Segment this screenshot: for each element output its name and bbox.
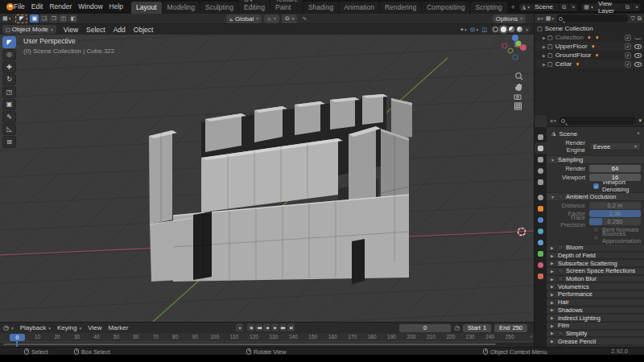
properties-panel-header[interactable]: ▶ Simplify [547,330,644,338]
toolbar-tool-button[interactable]: ◤ [2,36,16,48]
properties-tab[interactable] [535,191,547,203]
expand-arrow-icon[interactable]: ▶ [541,62,547,67]
sampling-panel-header[interactable]: ▼ Sampling [547,155,644,164]
add-workspace-button[interactable]: + [508,3,518,11]
workspace-tab[interactable]: UV Editing [239,0,270,14]
scene-selector[interactable]: ◮ ▾ Scene ⧉ × [518,2,579,12]
timeline-menu[interactable]: Playback ▾ [17,324,54,331]
toolbar-tool-button[interactable]: ↻ [2,74,16,86]
viewport-menu[interactable]: View [60,26,82,34]
collection-checkbox[interactable]: ✓ [625,43,631,50]
viewport-menu[interactable]: Object [130,26,158,34]
toolbar-tool-button[interactable]: ✎ [2,111,16,123]
properties-search-input[interactable] [559,117,637,125]
material-shading-button[interactable] [509,27,514,32]
panel-checkbox[interactable] [558,268,564,274]
properties-panel-header[interactable]: ▶ Depth of Field [547,252,644,260]
toolbar-tool-button[interactable]: ◎ [2,49,16,61]
outliner-collection-row[interactable]: ▶ ▢ GroundFloor ▼ ✓ [535,51,644,60]
properties-panel-header[interactable]: ▶ Grease Pencil [547,337,644,345]
toolbar-tool-button[interactable]: ▣ [2,99,16,111]
properties-tab[interactable] [535,237,547,248]
falloff-icon[interactable]: ∿ [299,15,309,22]
xray-toggle[interactable]: ◫ [481,26,487,33]
transform-orientation-dropdown[interactable]: ⊾ Global ▾ [226,14,262,23]
workspace-tab[interactable]: Shading [303,2,338,14]
close-icon[interactable]: × [632,4,641,10]
slider-field[interactable]: 0.2 m [589,202,641,209]
number-field[interactable]: 16 [589,174,641,181]
properties-tab[interactable] [535,165,547,176]
properties-tab[interactable] [535,248,547,259]
outliner-collection-row[interactable]: ▶ ▢ Collection ▼ ▼ ✓ [535,33,644,42]
panel-checkbox[interactable] [558,331,564,336]
slider-field[interactable]: 0.250 [589,218,641,225]
snap-dropdown[interactable]: ∩ ▾ [264,14,279,23]
select-mode-invert-icon[interactable]: ◫ [59,14,68,23]
properties-tab[interactable] [535,176,547,187]
properties-tab[interactable] [535,131,547,142]
playback-button[interactable]: |◀ [247,323,254,331]
slider-field[interactable]: 1.00 [589,210,641,217]
properties-tab[interactable] [535,154,547,165]
properties-editor-type-button[interactable]: ≡▾ [550,118,556,124]
properties-panel-header[interactable]: ▶ Motion Blur [547,275,644,283]
frame-start-field[interactable]: Start1 [463,324,491,332]
outliner-filter-dropdown[interactable]: ▦▾ [546,15,554,22]
wireframe-shading-button[interactable] [493,27,498,32]
collection-checkbox[interactable]: ✓ [625,61,631,68]
workspace-tab[interactable]: Animation [339,2,379,14]
collection-checkbox[interactable]: ✓ [625,35,631,41]
expand-arrow-icon[interactable]: ▶ [541,53,547,58]
mode-dropdown[interactable]: ▢ Object Mode ▾ [2,25,56,34]
select-mode-extend-icon[interactable]: ❏ [39,14,48,23]
new-collection-button[interactable]: ⧉ [638,15,642,22]
select-mode-new-icon[interactable]: ▣ [30,14,39,23]
view-layer-selector[interactable]: ▦ ▾ View Layer ⧉ × [580,2,642,12]
viewport-denoising-checkbox[interactable]: ✓ [593,183,599,189]
auto-keying-button[interactable]: ● [236,323,243,331]
overlays-dropdown[interactable]: ◎▾ [470,26,478,33]
properties-panel-header[interactable]: ▶ Screen Space Reflections [547,267,644,275]
toolbar-tool-button[interactable]: ✚ [2,61,16,73]
workspace-tab[interactable]: Layout [131,2,162,14]
properties-tab[interactable] [535,214,547,225]
properties-panel-header[interactable]: ▶ Shadows [547,306,644,315]
viewport-menu[interactable]: Add [109,26,130,34]
scrollbar-handle[interactable] [3,343,496,345]
eye-open-icon[interactable] [634,53,642,58]
properties-panel-header[interactable]: ▶ Bloom [547,244,644,252]
properties-tab[interactable] [535,142,547,154]
outliner-root-row[interactable]: ▢ Scene Collection [535,24,644,33]
properties-tab[interactable] [535,203,547,214]
properties-tab[interactable] [535,270,547,282]
outliner-display-mode-button[interactable]: ≡▾ [537,16,543,22]
scroll-left-icon[interactable]: ‹ [530,333,532,341]
3d-viewport[interactable]: User Perspective (0) Scene Collection | … [0,35,534,322]
proportional-editing-dropdown[interactable]: ⊙ ▾ [282,14,298,23]
playhead[interactable]: 0 [10,334,25,341]
properties-panel-header[interactable]: ▶ Film [547,322,644,330]
toolbar-tool-button[interactable]: ◺ [2,124,16,136]
workspace-tab[interactable]: Sculpting [200,2,238,14]
editor-type-button[interactable]: ▦▾ [0,15,13,22]
outliner-collection-row[interactable]: ▶ ▢ UpperFloor ▼ ✓ [535,42,644,51]
number-field[interactable]: 64 [589,165,641,172]
new-scene-button[interactable]: ⧉ [559,4,568,10]
eye-open-icon[interactable] [634,62,642,67]
chevron-down-icon[interactable]: ▾ [638,117,642,124]
properties-tab[interactable] [535,259,547,270]
properties-tab[interactable] [535,225,547,237]
checkbox[interactable] [593,227,599,232]
current-frame-field[interactable]: 0 [399,324,451,332]
new-view-layer-button[interactable]: ⧉ [622,4,632,10]
timeline-ruler[interactable]: 0102030405060708090100110120130140150160… [0,333,534,341]
expand-arrow-icon[interactable]: ▶ [541,44,547,49]
workspace-tab[interactable]: Texture Paint [270,0,303,14]
timeline-editor-type-button[interactable]: ◷ ▾ [0,324,17,331]
ambient-occlusion-panel-header[interactable]: ▼ Ambient Occlusion [547,192,644,201]
properties-panel-header[interactable]: ▶ Performance [547,290,644,298]
panel-checkbox[interactable] [558,276,564,282]
collection-checkbox[interactable]: ✓ [625,52,631,59]
toolbar-tool-button[interactable]: ⊞ [2,136,16,148]
